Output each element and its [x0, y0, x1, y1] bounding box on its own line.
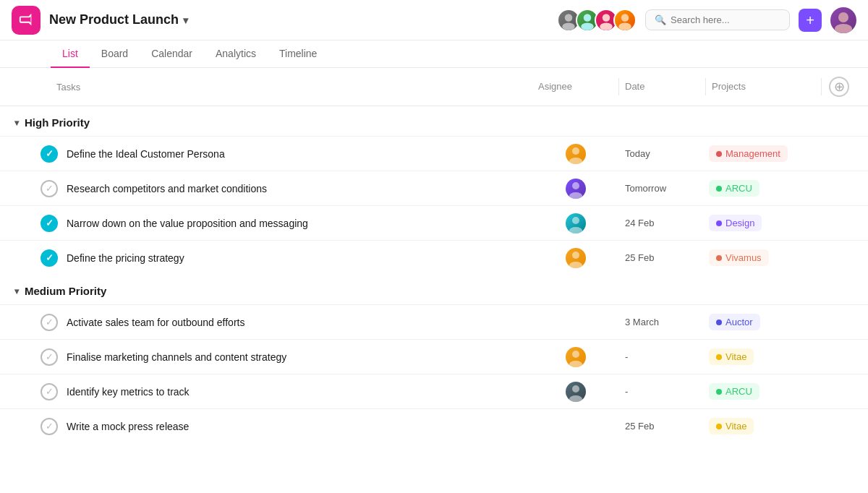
- task-checkbox[interactable]: [41, 383, 58, 400]
- project-badge[interactable]: Auctor: [709, 314, 760, 330]
- task-row: Narrow down on the value proposition and…: [0, 205, 868, 240]
- task-row: Define the pricing strategy25 FebVivamus: [0, 240, 868, 275]
- tab-calendar[interactable]: Calendar: [140, 40, 204, 68]
- task-checkbox[interactable]: [41, 348, 58, 366]
- avatar[interactable]: [613, 9, 637, 32]
- task-name: Define the Ideal Customer Persona: [67, 148, 225, 160]
- megaphone-icon: [18, 12, 34, 28]
- user-avatar[interactable]: [830, 7, 856, 33]
- avatar[interactable]: [566, 144, 586, 164]
- svg-point-17: [569, 262, 582, 268]
- col-projects: Projects: [706, 78, 822, 95]
- svg-point-19: [569, 361, 582, 367]
- add-button[interactable]: +: [799, 9, 822, 32]
- task-cell: Define the Ideal Customer Persona: [41, 140, 532, 168]
- tab-analytics[interactable]: Analytics: [204, 40, 268, 68]
- task-cell: Write a mock press release: [41, 412, 532, 441]
- project-cell: Vitae: [706, 348, 822, 365]
- task-row: Write a mock press release25 FebVitae: [0, 408, 868, 443]
- svg-point-1: [562, 22, 575, 30]
- task-date: Tomorrow: [619, 183, 706, 194]
- section-high-priority: ▾High PriorityDefine the Ideal Customer …: [0, 106, 868, 275]
- project-badge[interactable]: ARCU: [709, 383, 760, 400]
- chevron-down-icon[interactable]: ▾: [183, 14, 188, 26]
- svg-point-14: [572, 217, 579, 224]
- chevron-down-icon: ▾: [14, 118, 19, 128]
- assignee-cell: [532, 248, 619, 268]
- badge-label: Vivamus: [726, 252, 762, 263]
- task-checkbox[interactable]: [41, 418, 58, 435]
- project-cell: Vitae: [706, 418, 822, 434]
- task-date: 25 Feb: [619, 421, 706, 432]
- task-date: 25 Feb: [619, 252, 706, 263]
- svg-point-6: [621, 14, 629, 22]
- task-checkbox[interactable]: [41, 180, 58, 197]
- tab-list[interactable]: List: [51, 40, 90, 68]
- svg-point-21: [569, 395, 582, 402]
- svg-point-13: [569, 192, 582, 199]
- svg-point-7: [618, 22, 631, 30]
- task-name: Research competitors and market conditio…: [67, 183, 267, 194]
- task-checkbox[interactable]: [41, 314, 58, 331]
- header: New Product Launch ▾ 🔍 +: [0, 0, 868, 40]
- svg-point-4: [603, 14, 610, 22]
- project-badge[interactable]: Management: [709, 145, 788, 162]
- assignee-cell: [532, 213, 619, 233]
- task-name: Activate sales team for outbound efforts: [67, 317, 244, 328]
- section-title: High Priority: [25, 116, 90, 129]
- svg-point-15: [569, 227, 582, 233]
- task-checkbox[interactable]: [41, 249, 58, 267]
- nav-tabs: List Board Calendar Analytics Timeline: [0, 40, 868, 68]
- project-badge[interactable]: Design: [709, 215, 762, 231]
- task-cell: Define the pricing strategy: [41, 244, 532, 273]
- task-checkbox[interactable]: [41, 215, 58, 232]
- project-badge[interactable]: Vitae: [709, 418, 754, 434]
- avatar[interactable]: [566, 248, 586, 268]
- svg-point-3: [581, 22, 594, 30]
- svg-point-5: [600, 22, 613, 30]
- task-name: Identify key metrics to track: [67, 386, 190, 398]
- project-title: New Product Launch ▾: [49, 12, 188, 27]
- project-cell: ARCU: [706, 383, 822, 400]
- badge-label: Design: [726, 218, 754, 228]
- section-header-medium-priority[interactable]: ▾Medium Priority: [0, 275, 868, 304]
- task-name: Narrow down on the value proposition and…: [67, 218, 308, 229]
- task-row: Identify key metrics to track-ARCU: [0, 374, 868, 408]
- avatar[interactable]: [566, 347, 586, 367]
- badge-label: Management: [726, 148, 780, 159]
- badge-dot: [716, 389, 722, 395]
- col-date: Date: [619, 78, 706, 95]
- col-tasks: Tasks: [51, 79, 532, 95]
- project-badge[interactable]: ARCU: [709, 180, 760, 197]
- badge-dot: [716, 424, 722, 429]
- search-box[interactable]: 🔍: [645, 9, 790, 30]
- task-checkbox[interactable]: [41, 145, 58, 163]
- add-col-icon[interactable]: ⊕: [829, 77, 849, 97]
- sections-container: ▾High PriorityDefine the Ideal Customer …: [0, 106, 868, 443]
- avatar[interactable]: [566, 382, 586, 402]
- project-badge[interactable]: Vivamus: [709, 249, 769, 266]
- tab-board[interactable]: Board: [90, 40, 140, 68]
- badge-dot: [716, 220, 722, 226]
- tab-timeline[interactable]: Timeline: [268, 40, 328, 68]
- project-badge[interactable]: Vitae: [709, 348, 754, 365]
- svg-point-11: [569, 158, 582, 164]
- assignee-cell: [532, 382, 619, 402]
- col-assignee: Asignee: [532, 78, 619, 95]
- section-header-high-priority[interactable]: ▾High Priority: [0, 106, 868, 136]
- task-name: Define the pricing strategy: [67, 252, 184, 264]
- avatar[interactable]: [566, 213, 586, 233]
- search-input[interactable]: [671, 14, 780, 25]
- svg-point-10: [572, 147, 579, 155]
- badge-dot: [716, 151, 722, 157]
- avatar[interactable]: [566, 179, 586, 199]
- badge-label: ARCU: [726, 386, 752, 397]
- badge-dot: [716, 186, 722, 192]
- add-column-btn[interactable]: ⊕: [822, 74, 856, 100]
- svg-point-20: [572, 385, 579, 393]
- project-cell: Design: [706, 215, 822, 231]
- badge-label: ARCU: [726, 183, 752, 194]
- app-logo: [12, 6, 41, 35]
- task-row: Research competitors and market conditio…: [0, 171, 868, 205]
- task-row: Activate sales team for outbound efforts…: [0, 304, 868, 339]
